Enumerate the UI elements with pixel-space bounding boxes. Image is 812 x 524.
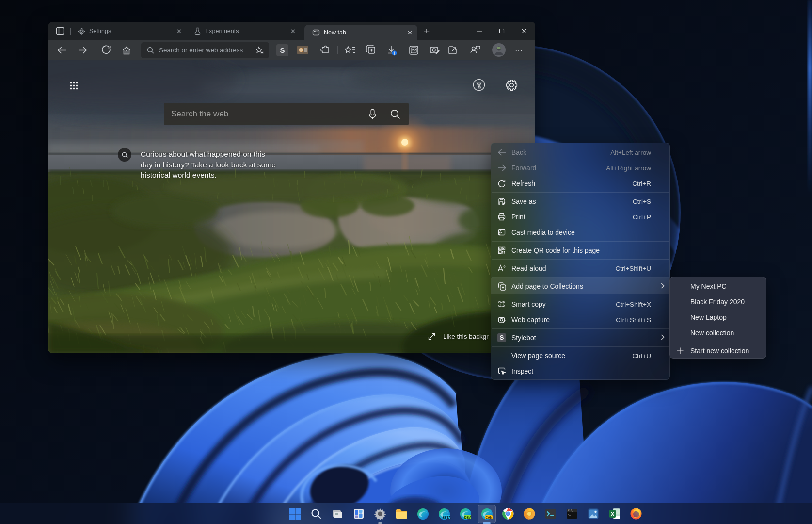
svg-text:BETA: BETA — [442, 515, 451, 519]
svg-text:DEV: DEV — [464, 515, 471, 519]
svg-text:X: X — [610, 511, 614, 518]
svg-text:CAN: CAN — [485, 515, 492, 519]
svg-text:>_: >_ — [568, 513, 571, 516]
svg-text:i: i — [394, 51, 395, 56]
svg-text:C:\_: C:\_ — [568, 509, 573, 512]
